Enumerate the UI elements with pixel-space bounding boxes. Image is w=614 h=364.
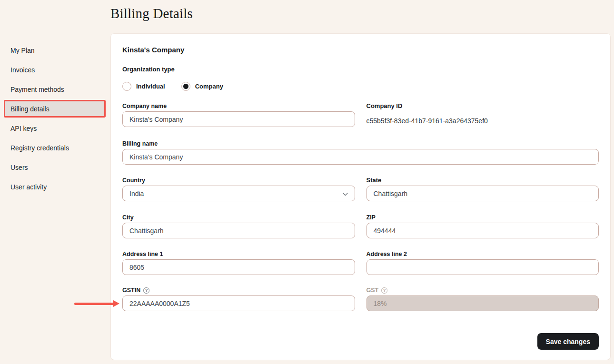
sidebar-item-users[interactable]: Users: [0, 157, 110, 177]
annotation-arrow-head: [113, 300, 119, 307]
sidebar-item-billing-details[interactable]: Billing details: [4, 100, 106, 118]
gst-input: [366, 295, 599, 311]
sidebar-item-registry-credentials[interactable]: Registry credentials: [0, 138, 110, 157]
billing-name-label: Billing name: [122, 140, 599, 148]
zip-label: ZIP: [366, 214, 599, 221]
billing-sidebar: My PlanInvoicesPayment methodsBilling de…: [0, 40, 110, 197]
gst-field-group: GST ?: [366, 286, 599, 311]
city-input[interactable]: [122, 223, 355, 238]
company-name-input[interactable]: [122, 111, 355, 127]
row-country-state: Country India State: [122, 177, 599, 201]
sidebar-item-user-activity[interactable]: User activity: [0, 177, 110, 197]
gst-label: GST: [366, 286, 379, 294]
org-type-radio-individual[interactable]: Individual: [122, 82, 165, 91]
state-input[interactable]: [366, 186, 599, 201]
zip-field-group: ZIP: [366, 214, 599, 238]
actions-row: Save changes: [122, 333, 599, 350]
row-city-zip: City ZIP: [122, 214, 599, 238]
company-id-group: Company ID c55b5f3f-83ed-41b7-9161-a3a26…: [366, 102, 599, 127]
company-id-label: Company ID: [366, 102, 599, 110]
billing-name-input[interactable]: [122, 149, 599, 165]
city-label: City: [122, 214, 355, 221]
address-line-2-input[interactable]: [366, 259, 599, 275]
sidebar-item-payment-methods[interactable]: Payment methods: [0, 79, 110, 99]
billing-name-field-group: Billing name: [122, 140, 599, 165]
org-type-radio-company[interactable]: Company: [181, 82, 223, 91]
state-label: State: [366, 177, 599, 184]
gst-help-icon[interactable]: ?: [381, 287, 387, 294]
radio-circle-icon: [122, 82, 131, 91]
gstin-label-row: GSTIN ?: [122, 286, 355, 294]
country-select[interactable]: India: [122, 186, 355, 201]
address-line-1-input[interactable]: [122, 259, 355, 275]
billing-details-card: Kinsta's Company Organization type Indiv…: [110, 33, 611, 360]
company-heading: Kinsta's Company: [122, 46, 599, 54]
company-name-label: Company name: [122, 102, 355, 110]
company-id-value: c55b5f3f-83ed-41b7-9161-a3a264375ef0: [366, 117, 599, 125]
gstin-input[interactable]: [122, 295, 355, 311]
save-changes-button[interactable]: Save changes: [537, 333, 599, 350]
gstin-field-group: GSTIN ?: [122, 286, 355, 311]
address-line-1-field-group: Address line 1: [122, 250, 355, 275]
city-field-group: City: [122, 214, 355, 238]
page-title: Billing Details: [110, 5, 193, 21]
address-line-2-label: Address line 2: [366, 250, 599, 258]
address-line-1-label: Address line 1: [122, 250, 355, 258]
sidebar-item-my-plan[interactable]: My Plan: [0, 40, 110, 60]
gstin-label: GSTIN: [122, 286, 140, 294]
chevron-down-icon: [343, 190, 348, 197]
organization-type-radio-group: IndividualCompany: [122, 81, 599, 91]
sidebar-item-invoices[interactable]: Invoices: [0, 60, 110, 79]
radio-circle-icon: [181, 82, 190, 91]
sidebar-item-api-keys[interactable]: API keys: [0, 118, 110, 138]
gst-label-row: GST ?: [366, 286, 599, 294]
country-selected-value: India: [129, 190, 144, 197]
radio-label: Company: [195, 83, 223, 90]
row-billing-name: Billing name: [122, 140, 599, 165]
row-tax: GSTIN ? GST ?: [122, 286, 599, 311]
row-company: Company name Company ID c55b5f3f-83ed-41…: [122, 102, 599, 127]
radio-label: Individual: [136, 83, 165, 90]
country-field-group: Country India: [122, 177, 355, 201]
country-label: Country: [122, 177, 355, 184]
address-line-2-field-group: Address line 2: [366, 250, 599, 275]
company-name-field-group: Company name: [122, 102, 355, 127]
gstin-help-icon[interactable]: ?: [143, 287, 149, 294]
zip-input[interactable]: [366, 223, 599, 238]
state-field-group: State: [366, 177, 599, 201]
annotation-arrow-line: [74, 303, 114, 305]
organization-type-label: Organization type: [122, 66, 599, 73]
row-address: Address line 1 Address line 2: [122, 250, 599, 275]
